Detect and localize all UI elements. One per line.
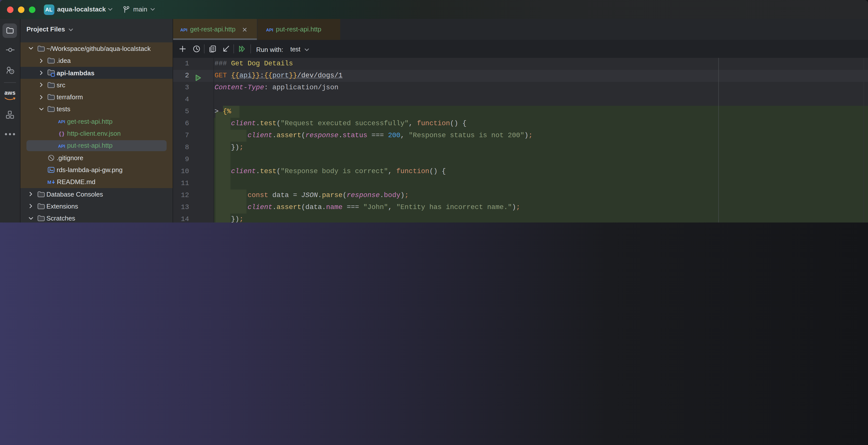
svg-text:API: API <box>58 120 65 124</box>
svg-text:API: API <box>180 28 187 32</box>
svg-text:?: ? <box>11 70 13 74</box>
svg-text:API: API <box>58 144 65 149</box>
svg-text:M: M <box>48 180 51 185</box>
svg-text:API: API <box>266 28 273 32</box>
svg-text:{}: {} <box>58 131 64 137</box>
